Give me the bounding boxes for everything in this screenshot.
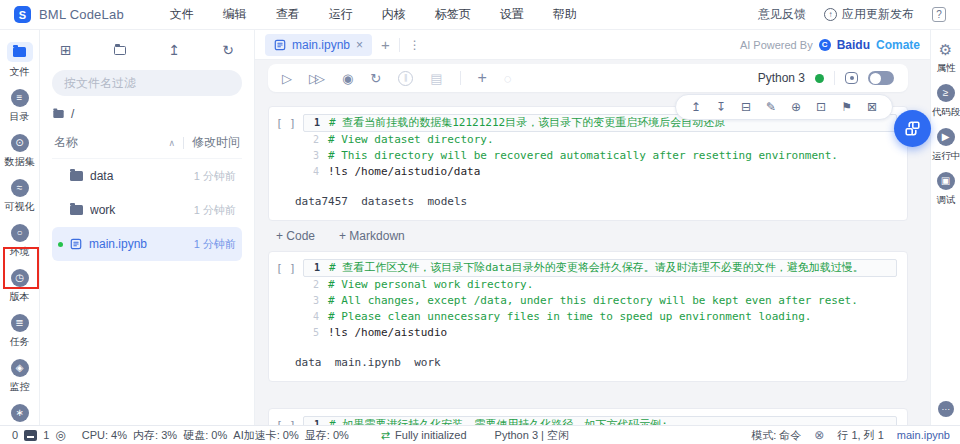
move-cell-down-icon[interactable]: ↧ bbox=[716, 101, 726, 113]
menu-help[interactable]: 帮助 bbox=[553, 6, 577, 23]
file-name: work bbox=[90, 203, 187, 217]
sidebar-item-datasets[interactable]: ⊙数据集 bbox=[0, 132, 40, 171]
kernel-busy-indicator: ◌ bbox=[504, 72, 512, 85]
add-cell-button[interactable]: + bbox=[478, 70, 487, 86]
publish-button[interactable]: ↑ 应用更新发布 bbox=[824, 6, 914, 23]
tab-main-ipynb[interactable]: main.ipynb × bbox=[265, 34, 372, 56]
sidebar-item-monitoring[interactable]: ◈监控 bbox=[0, 357, 40, 396]
menu-file[interactable]: 文件 bbox=[170, 6, 194, 23]
column-modified[interactable]: 修改时间 bbox=[192, 134, 240, 151]
cell-body: [ ]1# 查看工作区文件，该目录下除data目录外的变更将会持久保存。请及时清… bbox=[269, 260, 899, 341]
running-icon: ▶ bbox=[937, 128, 955, 146]
unsaved-dot bbox=[58, 242, 63, 247]
close-tab-icon[interactable]: × bbox=[356, 38, 363, 52]
add-markdown-button[interactable]: + Markdown bbox=[339, 229, 405, 243]
menu-run[interactable]: 运行 bbox=[329, 6, 353, 23]
new-notebook-icon[interactable]: ⊞ bbox=[60, 42, 72, 58]
collapse-output-icon[interactable]: ⊟ bbox=[741, 101, 751, 113]
code-text: !ls /home/aistudio bbox=[328, 325, 447, 341]
upload-icon[interactable]: ↥ bbox=[168, 42, 180, 58]
restart-kernel-button[interactable]: ↻ bbox=[370, 72, 381, 85]
sort-asc-icon[interactable]: ∧ bbox=[168, 138, 175, 148]
line-number: 1 bbox=[304, 417, 320, 425]
new-folder-icon[interactable] bbox=[114, 46, 126, 55]
sidebar-item-tasks[interactable]: ≣任务 bbox=[0, 312, 40, 351]
clear-output-icon[interactable]: ✎ bbox=[766, 101, 776, 113]
file-row[interactable]: work1 分钟前 bbox=[52, 193, 242, 227]
comate-toggle[interactable] bbox=[868, 71, 894, 85]
code-line: 1# 如果需要进行持久化安装，需要使用持久化路径，如下方代码示例: bbox=[303, 416, 897, 425]
save-checkpoint-button: ▤ bbox=[430, 72, 442, 85]
divider bbox=[834, 71, 835, 85]
execution-count: [ ] bbox=[269, 417, 303, 425]
sidebar-item-kits-icon: ∗ bbox=[11, 404, 29, 422]
panel-item-snippets[interactable]: ≥ 代码段 bbox=[931, 84, 960, 119]
refresh-icon[interactable]: ↻ bbox=[222, 42, 234, 58]
shortcut-icon[interactable]: ⋯ bbox=[938, 401, 954, 417]
panel-item-properties[interactable]: ⚙ 属性 bbox=[936, 40, 956, 75]
divider bbox=[183, 137, 184, 149]
code-editor[interactable]: 1# 查看当前挂载的数据集12121212目录，该目录下的变更重启环境后会自动还… bbox=[303, 115, 899, 180]
menu-edit[interactable]: 编辑 bbox=[223, 6, 247, 23]
panel-item-running[interactable]: ▶ 运行中 bbox=[931, 128, 960, 163]
kernel-status-dot bbox=[815, 74, 824, 83]
panel-item-debug[interactable]: ▣ 调试 bbox=[936, 172, 956, 207]
new-tab-icon[interactable]: + bbox=[381, 36, 390, 53]
init-status-label: Fully initialized bbox=[395, 429, 467, 441]
file-row[interactable]: main.ipynb1 分钟前 bbox=[52, 227, 242, 261]
sidebar-item-label: 任务 bbox=[10, 335, 30, 349]
sidebar-item-versions[interactable]: ◷版本 bbox=[0, 267, 40, 306]
sidebar-item-label: 监控 bbox=[10, 380, 30, 394]
sidebar-item-visualization[interactable]: ≈可视化 bbox=[0, 177, 40, 216]
tab-menu-icon[interactable]: ⋮ bbox=[409, 38, 421, 52]
session-counts[interactable]: 0 1 ◎ bbox=[12, 428, 66, 442]
kernel-status[interactable]: Python 3 | 空闲 bbox=[495, 428, 569, 443]
menu-settings[interactable]: 设置 bbox=[500, 6, 524, 23]
folder-icon bbox=[70, 205, 83, 215]
menu-view[interactable]: 查看 bbox=[276, 6, 300, 23]
code-editor[interactable]: 1# 查看工作区文件，该目录下除data目录外的变更将会持久保存。请及时清理不必… bbox=[303, 260, 899, 341]
toolbar-right: Python 3 bbox=[758, 71, 894, 85]
code-line: 2# View personal work directory. bbox=[303, 277, 899, 293]
sidebar-item-files[interactable]: 文件 bbox=[0, 40, 40, 81]
bookmark-cell-icon[interactable]: ⚑ bbox=[841, 101, 852, 113]
tab-label: main.ipynb bbox=[292, 38, 350, 52]
convert-cell-icon[interactable]: ⊡ bbox=[816, 101, 826, 113]
sidebar-item-label: 环境 bbox=[10, 245, 30, 259]
file-filter-input[interactable] bbox=[52, 70, 242, 96]
help-icon[interactable]: ? bbox=[932, 7, 946, 22]
file-row[interactable]: data1 分钟前 bbox=[52, 159, 242, 193]
feedback-link[interactable]: 意见反馈 bbox=[758, 6, 806, 23]
notebook-cell[interactable]: [ ]1# 查看当前挂载的数据集12121212目录，该目录下的变更重启环境后会… bbox=[268, 106, 908, 221]
code-text: # View personal work directory. bbox=[328, 277, 533, 293]
delete-cell-icon[interactable]: ⊠ bbox=[867, 101, 877, 113]
gear-icon: ⚙ bbox=[939, 40, 952, 58]
cell-output: data7457 datasets models bbox=[269, 180, 899, 210]
line-number: 1 bbox=[304, 115, 320, 131]
menu-tabs[interactable]: 标签页 bbox=[435, 6, 471, 23]
restart-run-button[interactable]: ◉ bbox=[342, 72, 353, 85]
notebook-icon bbox=[274, 39, 286, 51]
menu-kernel[interactable]: 内核 bbox=[382, 6, 406, 23]
notebook-cell[interactable]: [ ]1# 查看工作区文件，该目录下除data目录外的变更将会持久保存。请及时清… bbox=[268, 251, 908, 382]
breadcrumb[interactable]: / bbox=[52, 107, 242, 121]
add-code-button[interactable]: + Code bbox=[276, 229, 315, 243]
kernel-selector[interactable]: Python 3 bbox=[758, 71, 805, 85]
column-name[interactable]: 名称 bbox=[54, 134, 168, 151]
comate-robot-icon[interactable] bbox=[845, 72, 858, 84]
panel-item-label: 运行中 bbox=[931, 149, 960, 162]
comate-assistant-fab[interactable] bbox=[894, 110, 931, 147]
swap-icon bbox=[904, 120, 921, 137]
code-text: # Please clean unnecessary files in time… bbox=[328, 309, 811, 325]
duplicate-cell-icon[interactable]: ⊕ bbox=[791, 101, 801, 113]
sidebar-item-environment[interactable]: ○环境 bbox=[0, 222, 40, 261]
code-text: # 查看工作区文件，该目录下除data目录外的变更将会持久保存。请及时清理不必要… bbox=[329, 260, 864, 276]
code-text: # All changes, except /data, under this … bbox=[328, 293, 858, 309]
code-editor[interactable]: 1# 如果需要进行持久化安装，需要使用持久化路径，如下方代码示例: bbox=[303, 417, 899, 425]
run-all-button[interactable]: ▷▷ bbox=[309, 72, 325, 85]
sidebar-item-toc[interactable]: ≡目录 bbox=[0, 87, 40, 126]
notebook-cell[interactable]: [ ]1# 如果需要进行持久化安装，需要使用持久化路径，如下方代码示例: bbox=[268, 408, 908, 425]
line-number: 2 bbox=[303, 132, 319, 148]
move-cell-up-icon[interactable]: ↥ bbox=[691, 101, 701, 113]
run-cell-button[interactable]: ▷ bbox=[282, 72, 292, 85]
